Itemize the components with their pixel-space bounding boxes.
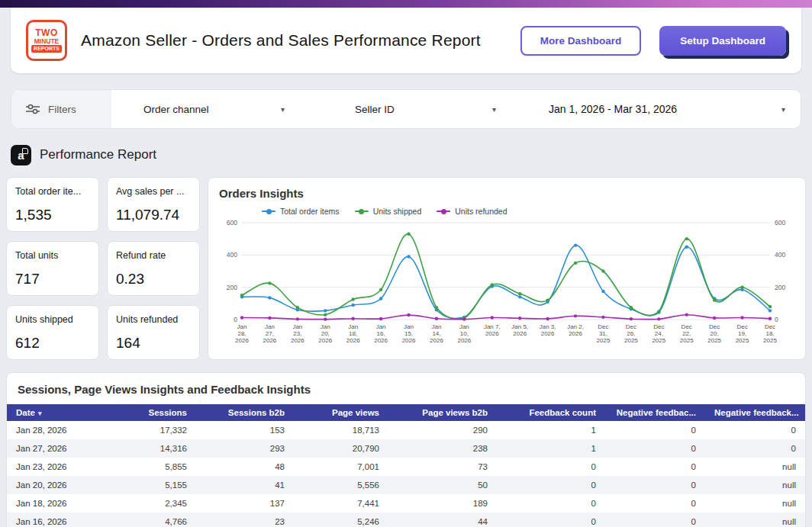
sessions-table: Date▾SessionsSessions b2bPage viewsPage …: [7, 404, 805, 527]
value-cell: 5,246: [294, 513, 388, 527]
date-cell: Jan 28, 2026: [7, 421, 108, 439]
column-header-3[interactable]: Page views: [294, 404, 388, 421]
svg-text:Jan 3,2026: Jan 3,2026: [540, 323, 556, 337]
value-cell: 44: [388, 513, 497, 527]
date-cell: Jan 16, 2026: [7, 513, 108, 527]
logo-text: MINUTE: [34, 38, 60, 45]
kpi-card: Units shipped612: [6, 305, 99, 360]
legend-label: Units shipped: [373, 207, 422, 216]
column-header-6[interactable]: Negative feedbac...: [605, 404, 705, 421]
column-header-1[interactable]: Sessions: [108, 404, 196, 421]
svg-text:0: 0: [775, 316, 778, 323]
column-header-5[interactable]: Feedback count: [497, 404, 605, 421]
logo-text: REPORTS: [31, 45, 62, 53]
column-header-7[interactable]: Negative feedback...: [705, 404, 805, 421]
kpi-value: 164: [116, 335, 191, 352]
value-cell: 5,155: [108, 476, 196, 494]
value-cell: 0: [605, 458, 705, 476]
seller-id-label: Seller ID: [355, 104, 395, 115]
svg-text:200: 200: [227, 284, 237, 291]
table-section-title: Sessions, Page Views Insights and Feedba…: [7, 373, 805, 404]
value-cell: 1: [497, 439, 605, 458]
column-header-label: Feedback count: [529, 408, 596, 417]
filters-icon: [26, 104, 40, 114]
order-channel-label: Order channel: [143, 104, 209, 115]
legend-item: Units refunded: [437, 207, 507, 216]
svg-text:400: 400: [775, 251, 785, 259]
legend-item: Total order items: [262, 207, 340, 216]
more-dashboard-button[interactable]: More Dashboard: [520, 26, 642, 56]
filters-label: Filters: [48, 104, 76, 115]
top-gradient-bar: [0, 0, 812, 8]
value-cell: 73: [388, 458, 497, 476]
kpi-label: Units refunded: [116, 314, 191, 325]
kpi-value: 612: [15, 335, 90, 352]
kpi-value: 1,535: [15, 207, 90, 223]
value-cell: 14,316: [108, 439, 196, 458]
column-header-date[interactable]: Date▾: [7, 404, 108, 421]
value-cell: 0: [497, 476, 605, 494]
value-cell: 0: [605, 513, 705, 527]
value-cell: 238: [388, 439, 497, 458]
kpi-label: Total units: [15, 250, 90, 261]
legend-marker-icon: [262, 208, 276, 215]
value-cell: 17,332: [108, 421, 196, 439]
value-cell: 4,766: [108, 513, 196, 527]
sort-descending-icon: ▾: [38, 410, 42, 417]
value-cell: 50: [388, 476, 497, 494]
table-row: Jan 20, 20265,155415,5565000null: [7, 476, 805, 494]
value-cell: 137: [196, 494, 294, 513]
table-row: Jan 28, 202617,33215318,713290100: [7, 421, 805, 439]
chart-legend: Total order itemsUnits shippedUnits refu…: [262, 207, 794, 216]
legend-label: Units refunded: [455, 207, 507, 216]
svg-text:600: 600: [227, 219, 237, 227]
value-cell: 20,790: [294, 439, 388, 458]
chart-title: Orders Insights: [219, 187, 794, 200]
value-cell: 0: [497, 458, 605, 476]
value-cell: 2,345: [108, 494, 196, 513]
kpi-card: Refund rate0.23: [107, 241, 200, 296]
svg-text:Dec31,2025: Dec31,2025: [597, 323, 611, 344]
kpi-value: 0.23: [116, 271, 191, 288]
column-header-4[interactable]: Page views b2b: [388, 404, 497, 421]
value-cell: 7,001: [294, 458, 388, 476]
legend-item: Units shipped: [355, 207, 422, 216]
svg-text:Dec24,2025: Dec24,2025: [652, 323, 665, 344]
seller-id-dropdown[interactable]: Seller ID ▾: [355, 104, 496, 115]
table-row: Jan 16, 20264,766235,2464400null: [7, 513, 805, 527]
column-header-label: Page views: [332, 408, 379, 417]
svg-text:0: 0: [234, 316, 237, 323]
page-title: Amazon Seller - Orders and Sales Perform…: [81, 31, 520, 50]
orders-insights-card: Orders Insights Total order itemsUnits s…: [208, 177, 806, 360]
value-cell: 48: [196, 458, 294, 476]
date-range-picker[interactable]: Jan 1, 2026 - Mar 31, 2026 ▾: [549, 103, 785, 115]
column-header-label: Date: [16, 408, 35, 417]
value-cell: 41: [196, 476, 294, 494]
setup-dashboard-button[interactable]: Setup Dashboard: [659, 26, 786, 56]
value-cell: 0: [705, 439, 805, 458]
value-cell: 0: [605, 421, 705, 439]
chevron-down-icon: ▾: [281, 105, 285, 114]
svg-text:Jan14,2026: Jan14,2026: [430, 323, 443, 344]
value-cell: 18,713: [294, 421, 388, 439]
value-cell: 290: [388, 421, 497, 439]
svg-text:Jan28,2026: Jan28,2026: [235, 323, 249, 344]
value-cell: 293: [196, 439, 294, 458]
kpi-card: Units refunded164: [107, 305, 200, 360]
date-range-value: Jan 1, 2026 - Mar 31, 2026: [549, 103, 677, 115]
value-cell: null: [705, 494, 805, 513]
value-cell: null: [705, 458, 805, 476]
legend-marker-icon: [437, 208, 450, 215]
filters-toggle[interactable]: Filters: [11, 90, 111, 128]
value-cell: 0: [605, 476, 705, 494]
svg-text:Dec22,2025: Dec22,2025: [680, 323, 694, 344]
kpi-card: Avg sales per ...11,079.74: [107, 177, 200, 232]
date-cell: Jan 23, 2026: [7, 458, 108, 476]
value-cell: 5,855: [108, 458, 196, 476]
column-header-label: Sessions b2b: [228, 408, 285, 417]
order-channel-dropdown[interactable]: Order channel ▾: [143, 104, 285, 115]
kpi-value: 717: [15, 271, 90, 288]
column-header-2[interactable]: Sessions b2b: [196, 404, 294, 421]
svg-text:200: 200: [775, 284, 785, 291]
date-cell: Jan 20, 2026: [7, 476, 108, 494]
